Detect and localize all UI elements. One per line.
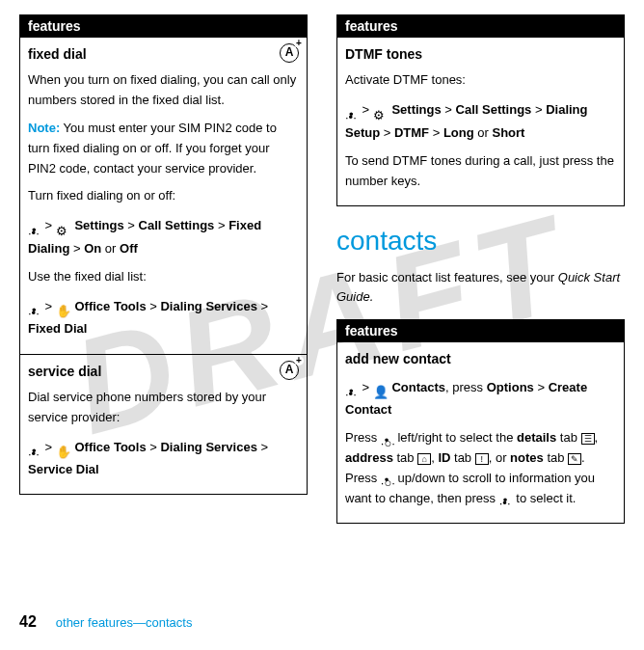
fixed-dial-path2: ·•· > ✋ Office Tools > Dialing Services … [28,295,299,340]
settings-label: Settings [74,218,123,232]
center-key-icon: ·•· [345,383,359,393]
address-label: address [345,450,393,465]
page-number: 42 [19,613,37,631]
t4: tab [544,450,568,465]
add-contact-cell: add new contact ·•· > 👤 Contacts, press … [337,341,624,522]
service-dial-desc: Dial service phone numbers stored by you… [28,388,299,428]
dtmf-table: features DTMF tones Activate DTMF tones:… [336,14,625,206]
tools-icon: ✋ [56,441,71,454]
service-dial-path: ·•· > ✋ Office Tools > Dialing Services … [28,436,299,481]
call-settings-label: Call Settings [139,218,215,232]
nav-key-icon: ·○· [381,474,394,483]
d5: to select it. [513,491,577,505]
address-tab-icon: ⌂ [417,453,431,465]
operator-icon: A [280,361,299,380]
left-table: features fixed dial A When you turn on f… [19,14,308,495]
contacts-para: For basic contact list features, see you… [336,268,625,309]
or-label: or [477,125,489,140]
id-label: ID [438,450,450,465]
options-label: Options [487,380,534,394]
settings-icon: ⚙ [56,220,71,233]
dtmf-path: ·•· > ⚙ Settings > Call Settings > Diali… [345,98,616,144]
or-label: or [105,241,117,256]
office-tools-label: Office Tools [74,299,146,313]
add-contact-title: add new contact [345,348,451,369]
settings-label: Settings [391,102,441,117]
t3: tab [450,450,474,465]
or2: , or [489,450,510,465]
id-tab-icon: ! [475,453,489,465]
fixed-dial-note: Note: You must enter your SIM PIN2 code … [28,119,299,178]
t1: tab [556,430,580,445]
page-content: features fixed dial A When you turn on f… [0,0,644,538]
operator-icon: A [280,43,299,63]
press-label: , press [445,380,483,394]
details-label: details [517,430,556,445]
center-key-icon: ·•· [499,494,513,503]
short-label: Short [492,125,524,140]
center-key-icon: ·•· [28,222,41,231]
dtmf-label: DTMF [394,125,429,140]
off-label: Off [120,241,138,256]
notes-label: notes [510,450,544,465]
details-tab-icon: ☰ [581,433,595,445]
tools-icon: ✋ [56,300,71,313]
left-header: features [20,15,307,37]
dtmf-send: To send DTMF tones during a call, just p… [345,151,616,192]
note-label: Note: [28,121,60,135]
footer-text: other features—contacts [56,615,193,630]
long-label: Long [443,125,474,140]
add-contact-table: features add new contact ·•· > 👤 Contact… [336,319,625,523]
dtmf-title: DTMF tones [345,43,422,65]
d1: Press [345,430,381,445]
t2: tab [393,450,417,465]
right-header2: features [337,320,624,341]
contacts-icon: 👤 [373,381,389,394]
service-dial-title: service dial [28,361,101,382]
nav-key-icon: ·○· [381,434,394,444]
page-footer: 42 other features—contacts [19,613,192,631]
dialing-services-label: Dialing Services [160,440,256,454]
d2: left/right to select the [394,430,517,445]
fixed-dial-desc: When you turn on fixed dialing, you can … [28,70,299,111]
notes-tab-icon: ✎ [568,453,581,465]
fixed-dial-title: fixed dial [28,43,87,65]
add-contact-desc: Press ·○· left/right to select the detai… [345,428,616,508]
right-header1: features [337,15,624,37]
fixed-dial-cell: fixed dial A When you turn on fixed dial… [20,37,307,354]
contacts-heading: contacts [336,226,625,257]
dialing-services-label: Dialing Services [160,299,256,313]
call-settings-label: Call Settings [456,102,532,117]
center-key-icon: ·•· [28,302,41,311]
center-key-icon: ·•· [28,443,41,452]
office-tools-label: Office Tools [74,440,146,454]
right-column: features DTMF tones Activate DTMF tones:… [336,14,625,524]
use-text: Use the fixed dial list: [28,267,299,287]
dtmf-activate: Activate DTMF tones: [345,70,616,91]
turn-text: Turn fixed dialing on or off: [28,186,299,206]
dtmf-cell: DTMF tones Activate DTMF tones: ·•· > ⚙ … [337,37,624,205]
contacts-para1: For basic contact list features, see you… [336,270,558,284]
add-contact-path: ·•· > 👤 Contacts, press Options > Create… [345,376,616,421]
center-key-icon: ·•· [345,106,359,116]
note-text: You must enter your SIM PIN2 code to tur… [28,121,277,176]
service-dial-label: Service Dial [28,462,99,476]
fixed-dial-path1: ·•· > ⚙ Settings > Call Settings > Fixed… [28,214,299,259]
on-label: On [84,241,101,256]
left-column: features fixed dial A When you turn on f… [19,14,308,524]
service-dial-cell: service dial A Dial service phone number… [20,354,307,495]
fixed-dial-label: Fixed Dial [28,321,87,336]
settings-icon: ⚙ [373,104,389,118]
contacts-label: Contacts [391,380,445,394]
